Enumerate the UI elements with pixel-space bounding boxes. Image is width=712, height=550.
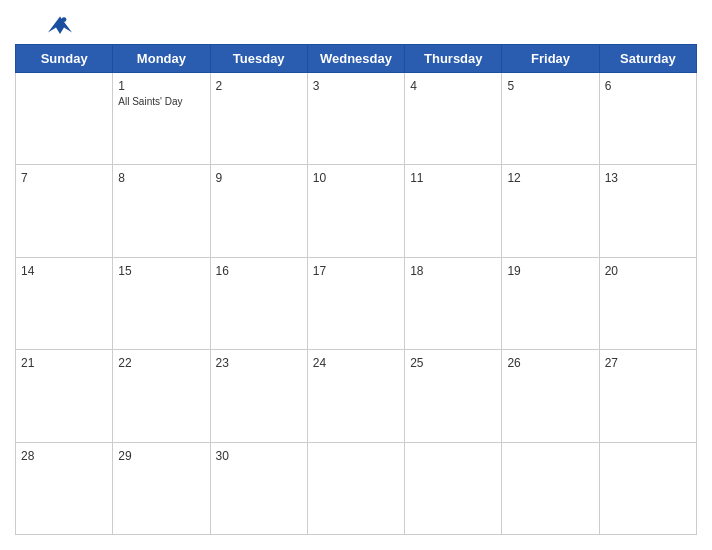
day-number: 28: [21, 449, 34, 463]
calendar-cell: [405, 442, 502, 534]
calendar-header-row: SundayMondayTuesdayWednesdayThursdayFrid…: [16, 45, 697, 73]
calendar-cell: 2: [210, 73, 307, 165]
day-number: 13: [605, 171, 618, 185]
day-number: 19: [507, 264, 520, 278]
calendar-cell: [307, 442, 404, 534]
day-number: 29: [118, 449, 131, 463]
calendar-cell: 9: [210, 165, 307, 257]
day-header-tuesday: Tuesday: [210, 45, 307, 73]
calendar-cell: 5: [502, 73, 599, 165]
calendar-cell: 27: [599, 350, 696, 442]
calendar-cell: 11: [405, 165, 502, 257]
day-number: 24: [313, 356, 326, 370]
day-number: 8: [118, 171, 125, 185]
calendar-cell: 7: [16, 165, 113, 257]
calendar-cell: 1All Saints' Day: [113, 73, 210, 165]
day-number: 30: [216, 449, 229, 463]
calendar-cell: 3: [307, 73, 404, 165]
day-number: 5: [507, 79, 514, 93]
calendar-cell: 8: [113, 165, 210, 257]
calendar-week-3: 21222324252627: [16, 350, 697, 442]
day-header-saturday: Saturday: [599, 45, 696, 73]
day-number: 23: [216, 356, 229, 370]
day-number: 22: [118, 356, 131, 370]
day-header-sunday: Sunday: [16, 45, 113, 73]
page: SundayMondayTuesdayWednesdayThursdayFrid…: [0, 0, 712, 550]
calendar-cell: 13: [599, 165, 696, 257]
day-number: 25: [410, 356, 423, 370]
calendar-cell: 24: [307, 350, 404, 442]
day-number: 2: [216, 79, 223, 93]
calendar-cell: 18: [405, 257, 502, 349]
calendar-cell: 19: [502, 257, 599, 349]
svg-point-1: [62, 17, 67, 22]
day-header-wednesday: Wednesday: [307, 45, 404, 73]
day-number: 16: [216, 264, 229, 278]
holiday-label: All Saints' Day: [118, 96, 204, 108]
day-number: 18: [410, 264, 423, 278]
calendar-cell: [502, 442, 599, 534]
calendar-cell: 17: [307, 257, 404, 349]
day-number: 10: [313, 171, 326, 185]
day-number: 12: [507, 171, 520, 185]
calendar-cell: 14: [16, 257, 113, 349]
calendar-cell: 6: [599, 73, 696, 165]
calendar-cell: 23: [210, 350, 307, 442]
day-header-monday: Monday: [113, 45, 210, 73]
calendar-cell: 28: [16, 442, 113, 534]
day-number: 6: [605, 79, 612, 93]
calendar-cell: 25: [405, 350, 502, 442]
calendar-cell: 29: [113, 442, 210, 534]
calendar-cell: 10: [307, 165, 404, 257]
day-number: 26: [507, 356, 520, 370]
calendar-cell: [16, 73, 113, 165]
calendar-cell: 21: [16, 350, 113, 442]
calendar-cell: 12: [502, 165, 599, 257]
day-number: 7: [21, 171, 28, 185]
day-header-friday: Friday: [502, 45, 599, 73]
calendar-cell: 30: [210, 442, 307, 534]
day-number: 1: [118, 79, 125, 93]
calendar-week-4: 282930: [16, 442, 697, 534]
calendar-week-0: 1All Saints' Day23456: [16, 73, 697, 165]
day-number: 20: [605, 264, 618, 278]
calendar-cell: 4: [405, 73, 502, 165]
day-number: 27: [605, 356, 618, 370]
logo: [20, 10, 100, 38]
calendar-cell: 22: [113, 350, 210, 442]
calendar-table: SundayMondayTuesdayWednesdayThursdayFrid…: [15, 44, 697, 535]
calendar-cell: [599, 442, 696, 534]
day-header-thursday: Thursday: [405, 45, 502, 73]
day-number: 17: [313, 264, 326, 278]
calendar-week-1: 78910111213: [16, 165, 697, 257]
logo-icon: [40, 10, 80, 38]
day-number: 3: [313, 79, 320, 93]
day-number: 21: [21, 356, 34, 370]
calendar-cell: 20: [599, 257, 696, 349]
day-number: 15: [118, 264, 131, 278]
day-number: 14: [21, 264, 34, 278]
svg-marker-0: [48, 16, 72, 34]
day-number: 11: [410, 171, 423, 185]
day-number: 9: [216, 171, 223, 185]
day-number: 4: [410, 79, 417, 93]
calendar-cell: 15: [113, 257, 210, 349]
calendar-week-2: 14151617181920: [16, 257, 697, 349]
calendar-cell: 16: [210, 257, 307, 349]
header: [15, 10, 697, 38]
calendar-cell: 26: [502, 350, 599, 442]
